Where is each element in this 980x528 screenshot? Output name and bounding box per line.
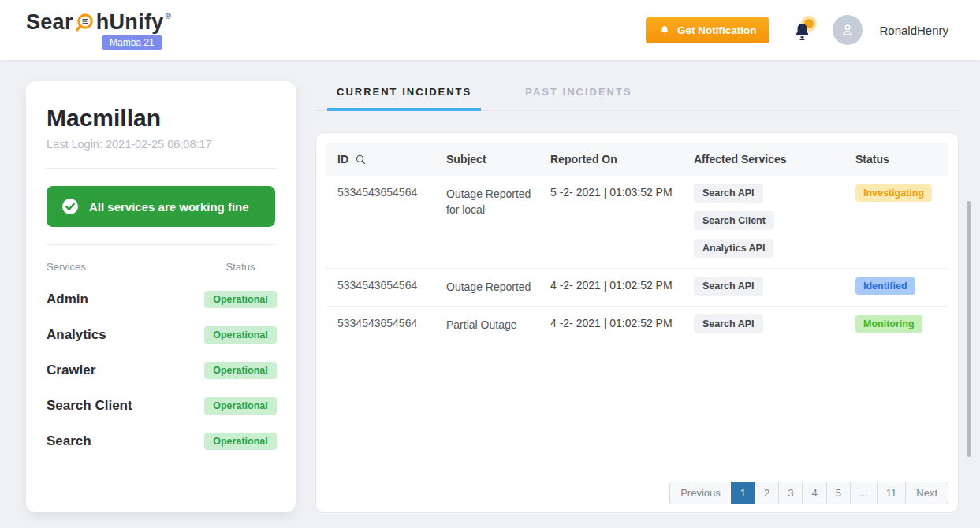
affected-services-cell: Search API: [694, 314, 855, 333]
divider: [47, 168, 275, 169]
status-column-label: Status: [206, 261, 275, 273]
affected-service-chip: Search API: [694, 314, 763, 333]
tab-past-incidents[interactable]: PAST INCIDENTS: [516, 79, 641, 111]
incident-subject: Outage Reported for local: [446, 186, 550, 218]
service-name: Crawler: [47, 363, 95, 378]
incident-tabs: CURRENT INCIDENTSPAST INCIDENTS: [315, 79, 959, 111]
pagination-page-5[interactable]: 5: [826, 482, 851, 504]
user-avatar[interactable]: [833, 15, 863, 45]
pagination-page-2[interactable]: 2: [755, 482, 779, 504]
pagination-page-1[interactable]: 1: [731, 482, 755, 504]
get-notification-button[interactable]: Get Notification: [646, 17, 770, 43]
bell-icon: [792, 21, 812, 42]
check-circle-icon: [61, 198, 79, 215]
id-column-label: ID: [337, 153, 348, 165]
service-row-crawler: CrawlerOperational: [47, 362, 275, 379]
incident-id: 5334543654564: [337, 186, 446, 199]
affected-service-chip: Search API: [694, 277, 763, 296]
incidents-section: CURRENT INCIDENTSPAST INCIDENTS ID Subje…: [315, 79, 959, 513]
bell-icon: [659, 24, 670, 36]
service-status-col: Operational: [206, 433, 275, 450]
search-icon[interactable]: [356, 154, 366, 165]
column-reported-on: Reported On: [550, 153, 694, 165]
incident-subject: Partial Outage: [446, 317, 550, 333]
pagination: Previous12345...11Next: [669, 482, 948, 504]
column-id: ID: [337, 153, 446, 165]
status-badge: Operational: [204, 397, 276, 415]
profile-card: Macmillan Last Login: 2021-02-25 06:08:1…: [26, 81, 296, 512]
service-row-search: SearchOperational: [47, 433, 275, 450]
status-badge: Operational: [204, 433, 276, 450]
service-name: Search: [47, 433, 91, 449]
affected-service-chip: Search Client: [694, 211, 774, 230]
incident-reported-on: 5 -2- 2021 | 01:03:52 PM: [550, 186, 694, 199]
table-body: 5334543654564Outage Reported for local5 …: [326, 176, 948, 344]
incident-reported-on: 4 -2- 2021 | 01:02:52 PM: [550, 279, 694, 292]
searchunify-logo[interactable]: Sear hUnify ® Mamba 21: [26, 10, 171, 50]
logo-text: Sear hUnify ®: [26, 10, 171, 35]
services-list: AdminOperationalAnalyticsOperationalCraw…: [47, 291, 275, 450]
divider: [47, 244, 275, 245]
incident-status-badge: Monitoring: [855, 315, 922, 333]
incident-row: 5334543654564Outage Reported4 -2- 2021 |…: [326, 269, 948, 307]
pagination-previous[interactable]: Previous: [669, 482, 732, 504]
service-status-col: Operational: [206, 397, 275, 415]
banner-text: All services are working fine: [89, 200, 249, 214]
username-label[interactable]: RonaldHenry: [879, 24, 948, 37]
account-name: Macmillan: [47, 105, 275, 132]
table-header-row: ID Subject Reported On Affected Services…: [326, 143, 948, 176]
tab-current-incidents[interactable]: CURRENT INCIDENTS: [327, 79, 481, 111]
pagination-next[interactable]: Next: [905, 482, 948, 504]
incident-status-badge: Investigating: [855, 184, 932, 202]
pagination-page-4[interactable]: 4: [802, 482, 826, 504]
incident-row: 5334543654564Outage Reported for local5 …: [326, 176, 948, 269]
last-login-label: Last Login: 2021-02-25 06:08:17: [47, 138, 275, 151]
pagination-page-[interactable]: ...: [850, 482, 878, 504]
pagination-page-11[interactable]: 11: [877, 482, 907, 504]
affected-service-chip: Analytics API: [694, 239, 773, 258]
registered-mark: ®: [166, 12, 172, 20]
logo-text-pre: Sear: [26, 10, 73, 35]
affected-services-cell: Search API: [694, 277, 855, 296]
incident-row: 5334543654564Partial Outage4 -2- 2021 | …: [326, 307, 948, 344]
mamba-version-badge: Mamba 21: [102, 35, 162, 50]
service-name: Search Client: [47, 398, 132, 414]
pagination-page-3[interactable]: 3: [778, 482, 803, 504]
app-header: Sear hUnify ® Mamba 21 Get Notification: [0, 0, 980, 60]
status-badge: Operational: [204, 326, 276, 344]
service-name: Analytics: [47, 327, 106, 343]
incident-status-cell: Identified: [855, 279, 948, 295]
status-badge: Operational: [204, 362, 276, 379]
status-badge: Operational: [204, 291, 276, 308]
column-subject: Subject: [446, 153, 550, 165]
service-row-search-client: Search ClientOperational: [47, 397, 275, 415]
incident-subject: Outage Reported: [446, 279, 550, 295]
incidents-table-card: ID Subject Reported On Affected Services…: [315, 132, 959, 513]
affected-services-cell: Search APISearch ClientAnalytics API: [694, 184, 855, 258]
incident-status-badge: Identified: [855, 277, 915, 295]
services-list-header: Services Status: [47, 261, 275, 273]
get-notification-label: Get Notification: [677, 24, 757, 36]
person-icon: [839, 21, 856, 39]
services-column-label: Services: [47, 261, 86, 273]
logo-text-post: hUnify: [96, 10, 164, 35]
service-status-col: Operational: [206, 326, 275, 344]
affected-service-chip: Search API: [694, 184, 763, 203]
service-status-col: Operational: [206, 362, 275, 379]
incident-id: 5334543654564: [337, 279, 446, 292]
header-actions: Get Notification RonaldHenry: [646, 15, 948, 45]
column-status: Status: [855, 153, 948, 165]
vertical-scrollbar[interactable]: [967, 201, 971, 457]
magnifier-logo-icon: [74, 12, 95, 33]
incident-id: 5334543654564: [337, 317, 446, 329]
incident-reported-on: 4 -2- 2021 | 01:02:52 PM: [550, 317, 694, 329]
service-name: Admin: [47, 292, 88, 307]
service-row-analytics: AnalyticsOperational: [47, 326, 275, 344]
notification-bell-button[interactable]: [792, 18, 816, 42]
service-status-col: Operational: [206, 291, 275, 308]
incident-status-cell: Investigating: [855, 186, 948, 202]
all-services-banner: All services are working fine: [47, 186, 275, 227]
service-row-admin: AdminOperational: [47, 291, 275, 308]
incident-status-cell: Monitoring: [855, 317, 948, 333]
column-affected-services: Affected Services: [694, 153, 855, 165]
